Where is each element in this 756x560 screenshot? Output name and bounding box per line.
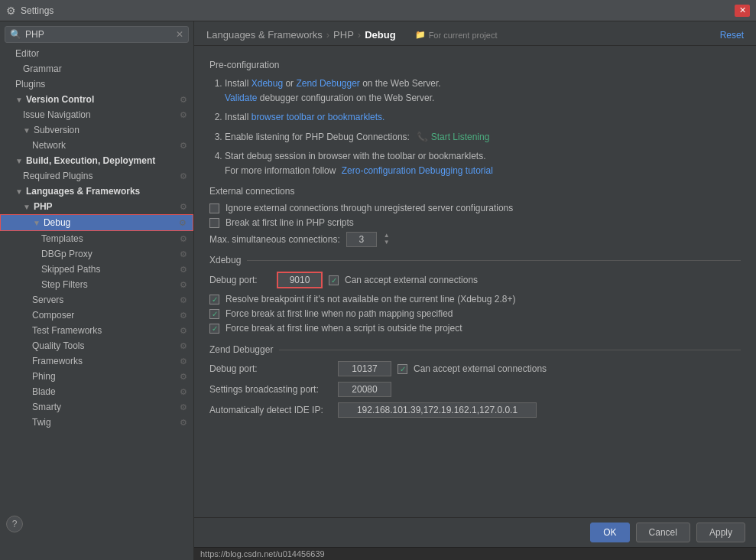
config-icon: ⚙ [180,141,187,151]
sidebar-item-php[interactable]: ▼ PHP ⚙ [0,199,193,214]
break-first-label: Break at first line in PHP scripts [226,217,354,228]
breadcrumb-1: Languages & Frameworks [206,29,323,41]
max-connections-label: Max. simultaneous connections: [209,234,340,245]
reset-button[interactable]: Reset [720,30,744,41]
config-icon: ⚙ [180,110,187,120]
phone-icon: 📞 [417,132,428,142]
settings-broadcast-input[interactable] [338,382,391,397]
config-icon: ⚙ [180,234,187,244]
cancel-button[interactable]: Cancel [636,523,690,542]
sidebar-item-label: Required Plugins [23,171,92,181]
breadcrumb-sep-2: › [358,29,361,41]
zend-port-input[interactable] [338,361,391,376]
break-first-checkbox[interactable] [209,218,219,228]
sidebar-item-debug[interactable]: ▼ Debug ⚙ [0,214,193,231]
ignore-external-row: Ignore external connections through unre… [209,203,741,213]
project-icon: 📁 [415,30,426,40]
apply-button[interactable]: Apply [696,523,745,542]
settings-icon: ⚙ [6,5,16,17]
spinner-down[interactable]: ▼ [384,239,390,246]
sidebar-item-grammar[interactable]: Grammar [0,61,193,77]
sidebar-item-label: Editor [15,48,39,59]
sidebar-item-dbgp-proxy[interactable]: DBGp Proxy ⚙ [0,246,193,262]
sidebar-item-plugins[interactable]: Plugins [0,77,193,92]
step1: Install Xdebug or Zend Debugger on the W… [225,77,741,106]
sidebar-item-step-filters[interactable]: Step Filters ⚙ [0,277,193,292]
sidebar-item-twig[interactable]: Twig ⚙ [0,415,193,430]
xdebug-accept-checkbox[interactable] [329,275,339,285]
sidebar-item-skipped-paths[interactable]: Skipped Paths ⚙ [0,262,193,277]
sidebar-item-label: Subversion [34,125,79,135]
help-button[interactable]: ? [6,516,23,532]
sidebar-item-label: Debug [44,217,70,228]
max-connections-row: Max. simultaneous connections: ▲ ▼ [209,232,741,247]
sidebar-item-network[interactable]: Network ⚙ [0,138,193,153]
sidebar-item-blade[interactable]: Blade ⚙ [0,384,193,399]
sidebar-item-build[interactable]: ▼ Build, Execution, Deployment [0,153,193,168]
sidebar-item-frameworks[interactable]: Frameworks ⚙ [0,353,193,369]
force-break-nopath-checkbox[interactable] [209,309,219,319]
config-icon: ⚙ [180,249,187,259]
sidebar-item-label: Smarty [32,402,61,412]
sidebar-item-label: Skipped Paths [41,264,100,275]
sidebar-item-version-control[interactable]: ▼ Version Control ⚙ [0,92,193,107]
zend-debugger-title: Zend Debugger [209,344,741,355]
sidebar-item-servers[interactable]: Servers ⚙ [0,292,193,308]
sidebar-item-templates[interactable]: Templates ⚙ [0,231,193,246]
ok-button[interactable]: OK [590,523,629,542]
resolve-bp-checkbox[interactable] [209,295,219,304]
xdebug-title: Xdebug [209,255,741,265]
zend-debugger-link[interactable]: Zend Debugger [296,78,359,89]
ignore-external-label: Ignore external connections through unre… [226,203,513,213]
config-icon: ⚙ [180,402,187,412]
xdebug-link[interactable]: Xdebug [251,78,283,89]
start-listening-button[interactable]: Start Listening [431,132,490,142]
search-bar: 🔍 ✕ [5,26,189,43]
force-break-nopath-row: Force break at first line when no path m… [209,308,741,319]
breadcrumb: Languages & Frameworks › PHP › Debug 📁 F… [206,29,720,41]
sidebar-item-label: PHP [34,201,53,212]
config-icon: ⚙ [180,171,187,181]
sidebar-item-required-plugins[interactable]: Required Plugins ⚙ [0,168,193,184]
sidebar-item-label: Version Control [26,94,94,105]
sidebar-item-subversion[interactable]: ▼ Subversion [0,122,193,138]
sidebar-item-languages[interactable]: ▼ Languages & Frameworks [0,184,193,199]
sidebar-item-editor[interactable]: Editor [0,46,193,61]
xdebug-port-input[interactable] [277,272,323,288]
config-icon: ⚙ [180,418,187,428]
ignore-external-checkbox[interactable] [209,203,219,213]
xdebug-port-row: Debug port: Can accept external connecti… [209,272,741,288]
sidebar-item-test-frameworks[interactable]: Test Frameworks ⚙ [0,323,193,338]
validate-link[interactable]: Validate [225,93,257,103]
max-connections-input[interactable] [346,232,377,247]
external-connections-section: External connections Ignore external con… [209,186,741,247]
config-icon: ⚙ [180,357,187,366]
sidebar-item-label: Templates [41,233,83,244]
expand-arrow: ▼ [15,157,23,165]
sidebar-item-quality-tools[interactable]: Quality Tools ⚙ [0,338,193,353]
window-title: Settings [21,5,735,16]
sidebar-item-issue-navigation[interactable]: Issue Navigation ⚙ [0,107,193,122]
auto-detect-input[interactable] [338,402,537,418]
sidebar-item-phing[interactable]: Phing ⚙ [0,369,193,384]
clear-search-icon[interactable]: ✕ [176,29,183,40]
zero-config-link[interactable]: Zero-configuration Debugging tutorial [342,165,493,176]
sidebar-item-label: Network [32,140,66,151]
close-button[interactable]: ✕ [735,5,750,17]
content-header: Languages & Frameworks › PHP › Debug 📁 F… [194,21,756,46]
resolve-bp-row: Resolve breakpoint if it's not available… [209,294,741,304]
sidebar-item-composer[interactable]: Composer ⚙ [0,308,193,323]
config-icon: ⚙ [180,326,187,336]
pre-config-title: Pre-configuration [209,60,741,70]
sidebar-item-label: Test Frameworks [32,325,102,336]
max-connections-spinner[interactable]: ▲ ▼ [384,233,390,246]
breadcrumb-sep-1: › [326,29,329,41]
search-input[interactable] [25,29,176,40]
expand-arrow: ▼ [23,126,31,135]
expand-arrow: ▼ [33,219,41,227]
zend-accept-checkbox[interactable] [397,364,407,374]
force-break-outside-checkbox[interactable] [209,324,219,334]
expand-arrow: ▼ [23,203,31,211]
sidebar-item-smarty[interactable]: Smarty ⚙ [0,399,193,415]
browser-toolbar-link[interactable]: browser toolbar or bookmarklets. [251,112,385,122]
